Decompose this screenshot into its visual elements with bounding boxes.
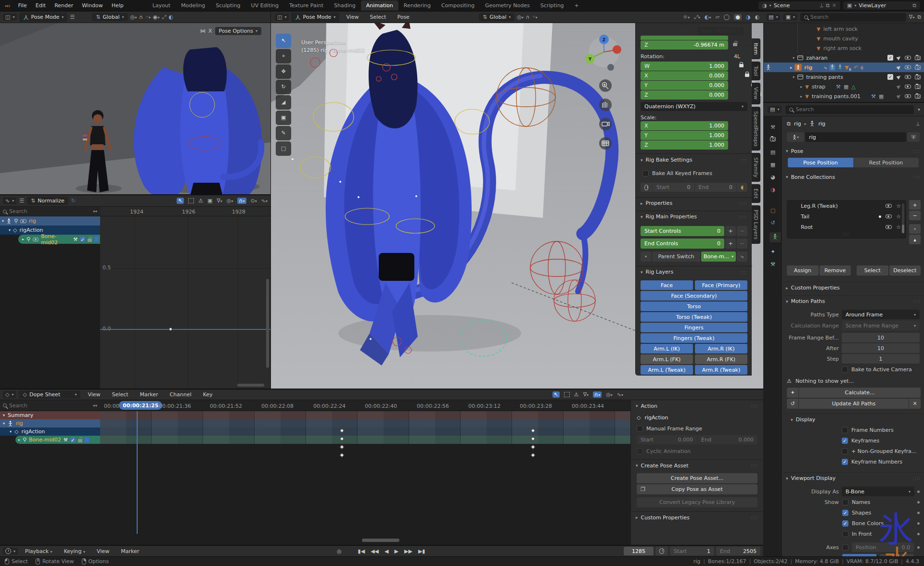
orientation-selector[interactable]: ⇅Global▾ (479, 13, 514, 21)
box-select-icon[interactable] (188, 198, 194, 203)
location-y-field[interactable] (641, 36, 728, 40)
parent-switch-dropdown[interactable]: Bone-m...▾ (701, 252, 736, 262)
gizmos-toggle-icon[interactable]: ⤢▾ (694, 14, 700, 20)
transform-gizmo-icon[interactable]: ⤢ (162, 14, 166, 20)
graph-editor-body[interactable]: 1924 1926 1928 ↔ 0.5 0.0 ▾ ⚲ (0, 207, 270, 389)
paths-type-dropdown[interactable]: Around Frame▾ (842, 310, 920, 319)
channel-enable-checkbox[interactable]: ✓ (70, 437, 76, 442)
lane-bone-mid02[interactable] (100, 436, 630, 444)
auto-keying-button[interactable]: ◎ (337, 548, 342, 554)
scale-z-field[interactable]: Z1.000 (641, 140, 728, 150)
rotation-y-field[interactable]: Y0.000 (641, 81, 728, 90)
checkbox[interactable] (842, 499, 848, 505)
snap-magnet-icon[interactable]: ∩▾ (237, 198, 246, 204)
horizontal-scrollbar[interactable] (237, 384, 264, 387)
display-subpanel-header[interactable]: ▾Display (782, 414, 924, 425)
assign-button[interactable]: Assign (787, 265, 819, 276)
tab-bone-icon[interactable]: ✦ (770, 249, 775, 255)
rig-layer-armr-tweak[interactable]: Arm.R (Tweak) (695, 365, 747, 375)
pin-icon[interactable]: ⚲ (23, 437, 26, 443)
tab-scripting[interactable]: Scripting (535, 0, 569, 11)
custom-properties-header[interactable]: ▸Custom Properties:::: (631, 512, 763, 523)
checkbox[interactable]: ✓ (842, 510, 848, 516)
stopwatch-button[interactable] (641, 183, 652, 192)
properties-search[interactable] (785, 105, 914, 114)
selectable-icon[interactable] (896, 93, 901, 99)
channel-summary[interactable]: ▾Summary (0, 411, 100, 419)
editor-type-button[interactable]: ◫▾ (275, 13, 289, 21)
keyframe[interactable] (531, 453, 536, 458)
hide-viewport-icon[interactable] (905, 56, 911, 60)
unlock-icon[interactable] (733, 43, 737, 46)
lock-icon[interactable] (739, 64, 744, 67)
proportional-editing-icon[interactable]: ◦▾ (145, 14, 151, 20)
rig-layer-face[interactable]: Face (641, 280, 693, 290)
breadcrumb-data[interactable]: rig (818, 121, 825, 127)
display-as-dropdown[interactable]: B-Bone▾ (842, 487, 914, 496)
channel-rig[interactable]: ▾ ⚲ rig (0, 216, 100, 226)
overlays-icon[interactable]: ◐ (168, 14, 173, 20)
search-input[interactable] (796, 106, 910, 113)
tab-physics-icon[interactable]: ↺ (770, 220, 775, 226)
hide-viewport-icon[interactable] (905, 75, 911, 79)
checkbox[interactable] (842, 544, 848, 551)
pose-panel-header[interactable]: ▾Pose:::: (782, 145, 924, 157)
pin-icon[interactable]: ⟂ (820, 2, 823, 9)
outliner-item-left-arm-sock[interactable]: ▼left arm sock (764, 24, 924, 34)
shading-wireframe-icon[interactable]: ◯ (724, 14, 730, 20)
solo-star-icon[interactable]: ☆ (896, 214, 901, 220)
select-button[interactable]: Select (857, 265, 888, 276)
selectable-icon[interactable] (896, 55, 901, 60)
tab-uv-editing[interactable]: UV Editing (246, 0, 284, 11)
animate-dot[interactable] (917, 546, 920, 549)
tool-annotate[interactable]: ✎ (276, 126, 291, 140)
action-name-row[interactable]: ◇ rigAction (631, 412, 763, 423)
auto-normalize-icon[interactable]: ↻ (71, 198, 76, 204)
channel-search-input[interactable] (9, 208, 90, 214)
lane-summary[interactable] (100, 411, 630, 419)
tab-world-icon[interactable]: ◑ (770, 187, 775, 193)
tab-edit[interactable]: Edit (752, 184, 760, 203)
rig-layer-armr-fk[interactable]: Arm.R (FK) (695, 354, 747, 364)
tab-scene-icon[interactable]: ◕ (770, 174, 775, 180)
channel-color-swatch[interactable] (94, 237, 98, 242)
playback-sync-icon[interactable]: ∿▾ (617, 391, 623, 398)
normalize-toggle[interactable]: ⇅Normalize (27, 197, 68, 205)
bake-toggle-button[interactable]: ◖ (737, 183, 747, 192)
tab-viewlayer-icon[interactable]: ▦ (770, 162, 775, 168)
fcurve[interactable] (100, 329, 270, 330)
bone-collections-header[interactable]: ▾Bone Collections:::: (782, 171, 924, 183)
pivot-point-icon[interactable]: ◉▾ (153, 14, 160, 20)
rotation-z-field[interactable]: Z0.000 (641, 90, 728, 100)
mode-selector[interactable]: 人Pose Mode▾ (291, 13, 339, 22)
checkbox[interactable] (842, 531, 848, 537)
add-button[interactable]: + (725, 226, 736, 236)
snap-target-icon[interactable]: ◎▾ (130, 14, 137, 20)
channel-rigaction[interactable]: ▾◇ rigAction (0, 428, 100, 436)
tab-bone-constraint-icon[interactable]: ⚒ (770, 261, 775, 267)
bake-all-keyed-frames-row[interactable]: Bake All Keyed Frames (642, 170, 712, 176)
collection-checkbox[interactable]: ✓ (887, 74, 893, 80)
search-input[interactable] (810, 14, 902, 20)
bake-start-field[interactable]: Start0 (653, 183, 694, 192)
bake-end-field[interactable]: End0 (695, 183, 737, 192)
only-errors-icon[interactable]: ⚠ (574, 391, 579, 398)
outliner-display-mode[interactable]: ▤▾ (766, 13, 780, 21)
breadcrumb-object[interactable]: rig (794, 121, 801, 127)
viewport-display-header[interactable]: ▾Viewport Display:::: (782, 472, 924, 484)
visibility-icon[interactable] (886, 204, 892, 208)
hide-render-icon[interactable] (915, 94, 921, 99)
bake-to-active-camera-row[interactable]: Bake to Active Camera (842, 366, 912, 373)
frame-numbers-row[interactable]: Frame Numbers (842, 427, 894, 433)
overlay-curve-icon[interactable]: ∿▾ (261, 198, 268, 204)
location-z-field[interactable]: Z-0.96674 m (641, 40, 728, 50)
eye-icon[interactable] (33, 238, 38, 241)
tool-move[interactable]: ✥ (276, 64, 291, 79)
rig-layer-fingers[interactable]: Fingers (641, 323, 747, 332)
outliner-item-right-arm-sock[interactable]: ▼right arm sock (764, 43, 924, 53)
scene-selector[interactable]: ◑▾ Scene ⟂ ⧉ ✕ (758, 1, 840, 10)
menu-channel[interactable]: Channel (166, 390, 196, 399)
channel-search-input[interactable] (9, 402, 90, 409)
menu-marker[interactable]: Marker (116, 547, 143, 556)
graph-ruler[interactable]: 1924 1926 1928 (100, 207, 270, 216)
